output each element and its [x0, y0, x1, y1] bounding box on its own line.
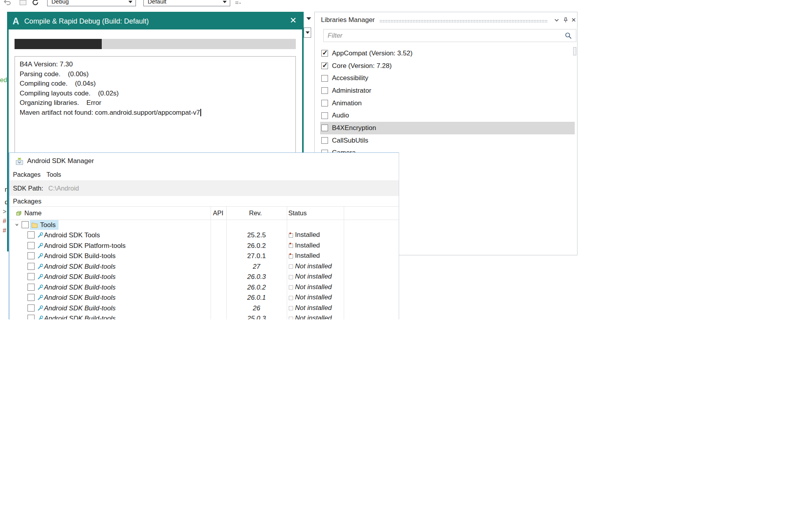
library-item[interactable]: B4XEncryption	[320, 122, 575, 134]
log-line-text: Maven artifact not found: com.android.su…	[20, 109, 200, 116]
refresh-icon[interactable]	[31, 0, 40, 7]
not-installed-icon	[288, 263, 293, 269]
chevron-down-icon[interactable]	[306, 17, 311, 20]
package-status: Installed	[288, 252, 320, 260]
package-rev: 25.0.3	[226, 315, 287, 319]
sdk-row[interactable]: Android SDK Build-tools 26.0.2 Not insta…	[9, 282, 399, 293]
checkbox[interactable]	[27, 294, 35, 301]
checkbox[interactable]	[27, 263, 35, 270]
package-status: Not installed	[288, 273, 332, 280]
library-item[interactable]: Core (Version: 7.28)	[320, 60, 575, 72]
library-item[interactable]: Accessibility	[320, 72, 575, 84]
library-item[interactable]: Animation	[320, 97, 575, 110]
column-header-status[interactable]: Status	[288, 209, 307, 217]
filter-input[interactable]	[324, 29, 565, 42]
build-config-combo-value: Debug	[51, 0, 69, 5]
package-status: Installed	[288, 242, 320, 249]
tools-group-row[interactable]: Tools	[9, 220, 399, 230]
close-icon[interactable]: ✕	[290, 16, 297, 25]
column-header-name[interactable]: Name	[24, 209, 42, 217]
compile-progress-fill	[15, 39, 102, 49]
package-status: Not installed	[288, 304, 332, 312]
package-name: Android SDK Platform-tools	[44, 242, 126, 250]
search-icon[interactable]	[565, 32, 574, 39]
build-profile-combo[interactable]: Default	[143, 0, 230, 6]
chevron-down-icon[interactable]	[553, 16, 560, 24]
sdk-row[interactable]: Android SDK Build-tools 27 Not installed	[9, 262, 399, 272]
package-status-text: Not installed	[295, 283, 332, 291]
library-item-label: Core (Version: 7.28)	[332, 62, 392, 70]
installed-icon	[288, 253, 293, 259]
column-header-rev[interactable]: Rev.	[249, 209, 262, 217]
editor-text-fragment: #	[3, 227, 6, 234]
column-header-api[interactable]: API	[213, 209, 224, 217]
package-rev: 26.0.2	[226, 284, 287, 292]
scrollbar-thumb[interactable]	[573, 47, 576, 55]
folder-icon	[31, 222, 38, 228]
wrench-icon	[37, 284, 43, 290]
build-profile-combo-value: Default	[148, 0, 167, 5]
sdk-row[interactable]: Android SDK Build-tools 27.0.1 Installed	[9, 251, 399, 262]
sdk-row[interactable]: Android SDK Build-tools 26.0.1 Not insta…	[9, 293, 399, 303]
checkbox[interactable]	[321, 112, 328, 119]
package-name: Android SDK Build-tools	[44, 284, 115, 292]
toolbar-overflow-icon[interactable]	[235, 0, 241, 7]
compile-log-textbox[interactable]: B4A Version: 7.30 Parsing code. (0.00s) …	[15, 56, 296, 154]
undo-icon[interactable]	[3, 0, 12, 7]
checkbox[interactable]	[27, 231, 35, 238]
menu-packages[interactable]: Packages	[13, 171, 40, 178]
wrench-icon	[37, 305, 43, 311]
library-item[interactable]: Audio	[320, 109, 575, 122]
checkbox[interactable]	[321, 50, 328, 57]
sdk-row[interactable]: Android SDK Build-tools 25.0.3 Not insta…	[9, 314, 399, 319]
log-line: Maven artifact not found: com.android.su…	[20, 108, 291, 118]
checkbox[interactable]	[27, 315, 35, 319]
checkbox[interactable]	[321, 100, 328, 106]
checkbox[interactable]	[27, 304, 35, 312]
tools-group-selection: Tools	[30, 220, 59, 230]
checkbox[interactable]	[321, 75, 328, 82]
package-status-text: Not installed	[295, 314, 332, 319]
sdk-row[interactable]: Android SDK Tools 25.2.5 Installed	[9, 230, 399, 241]
installed-icon	[288, 232, 293, 238]
package-rev: 26.0.2	[226, 242, 287, 250]
combo-edge-fragment[interactable]	[304, 28, 311, 38]
checkbox[interactable]	[321, 137, 328, 144]
package-status: Not installed	[288, 293, 332, 301]
library-item[interactable]: Administrator	[320, 84, 575, 97]
checkbox[interactable]	[321, 125, 328, 131]
menu-tools[interactable]: Tools	[46, 171, 61, 178]
sdk-window-titlebar[interactable]: Android SDK Manager	[9, 153, 399, 169]
checkbox[interactable]	[22, 221, 29, 228]
chevron-down-icon	[128, 1, 132, 3]
checkbox[interactable]	[27, 252, 35, 259]
checkbox[interactable]	[321, 62, 328, 69]
package-name: Android SDK Build-tools	[44, 294, 115, 302]
build-config-combo[interactable]: Debug	[47, 0, 136, 6]
close-icon[interactable]: ✕	[571, 16, 576, 24]
checkbox[interactable]	[27, 273, 35, 280]
library-item[interactable]: AppCompat (Version: 3.52)	[320, 47, 575, 60]
pin-icon[interactable]	[562, 16, 569, 24]
sdk-row[interactable]: Android SDK Platform-tools 26.0.2 Instal…	[9, 241, 399, 251]
stop-icon[interactable]	[20, 0, 26, 5]
checkbox[interactable]	[321, 87, 328, 94]
sdk-row[interactable]: Android SDK Build-tools 26.0.3 Not insta…	[9, 272, 399, 282]
library-item[interactable]: CallSubUtils	[320, 134, 575, 147]
tree-expand-icon[interactable]	[15, 222, 19, 227]
wrench-icon	[37, 295, 43, 301]
panel-grip-dots	[379, 20, 547, 23]
wrench-icon	[37, 315, 43, 319]
packages-section-label: Packages	[9, 196, 399, 206]
editor-text-fragment: ed	[0, 77, 7, 84]
checkbox[interactable]	[27, 242, 35, 249]
log-line: Compiling code. (0.04s)	[20, 79, 291, 89]
sdk-row[interactable]: Android SDK Build-tools 26 Not installed	[9, 303, 399, 314]
compile-dialog-titlebar[interactable]: A Compile & Rapid Debug (Build: Default)…	[9, 13, 302, 29]
checkbox[interactable]	[27, 284, 35, 291]
not-installed-icon	[288, 274, 293, 280]
panel-title: Libraries Manager	[321, 16, 375, 24]
package-icon	[16, 210, 22, 216]
library-item-label: AppCompat (Version: 3.52)	[332, 50, 412, 57]
libraries-manager-header[interactable]: Libraries Manager ✕	[315, 12, 577, 28]
